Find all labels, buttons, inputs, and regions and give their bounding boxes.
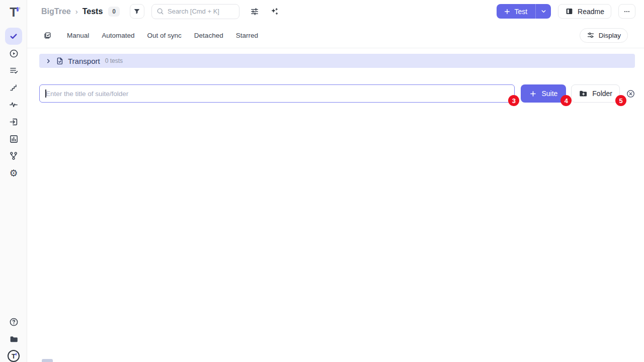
file-check-icon [56,57,64,65]
sidebar-item-pulse[interactable] [5,96,22,113]
new-suite-form: 3 Suite 4 Fol [39,84,635,103]
ai-sparkles-icon[interactable] [270,7,279,16]
chevron-right-icon[interactable] [45,58,52,64]
sidebar-item-plans[interactable] [5,62,22,79]
sidebar-item-account[interactable]: T [5,347,22,362]
sidebar-item-import[interactable] [5,113,22,130]
account-logo-letter: T [12,353,16,359]
app-root: T [0,0,644,362]
adjustments-icon[interactable] [250,7,259,16]
sidebar-bottom: T [5,313,22,362]
sidebar-item-analytics[interactable] [5,130,22,147]
folder-plus-icon [579,89,588,98]
suite-name[interactable]: Transport [68,57,100,65]
filter-button[interactable] [130,4,144,19]
sliders-icon [587,31,595,39]
play-circle-icon [9,49,19,58]
display-button[interactable]: Display [580,28,628,43]
account-logo-mark [16,353,17,355]
search-icon [156,8,164,15]
top-bar-actions: Test Readme [497,4,635,19]
add-test-label: Test [514,8,527,16]
suite-button-wrap: Suite 4 [515,84,566,103]
list-check-icon [9,66,18,75]
app-logo[interactable]: T [0,3,27,21]
sidebar-item-help[interactable] [5,313,22,330]
add-test-dropdown-button[interactable] [535,4,551,19]
readme-label: Readme [578,8,604,16]
bar-chart-icon [9,134,19,144]
tab-manual[interactable]: Manual [67,30,89,41]
tab-starred[interactable]: Starred [236,30,258,41]
tab-out-of-sync[interactable]: Out of sync [147,30,182,41]
partial-tooltip-edge [42,359,53,362]
suite-row-transport[interactable]: Transport 0 tests [39,54,635,68]
logo-accent-mark [17,7,19,12]
plus-icon [529,90,537,98]
more-options-button[interactable] [618,4,635,19]
check-icon [9,32,18,41]
annotation-badge-3: 3 [508,95,519,106]
stairs-icon [9,83,18,92]
tab-automated[interactable]: Automated [102,30,134,41]
tests-count-badge: 0 [108,7,120,17]
git-branch-icon [9,151,18,160]
chevron-down-icon [540,8,547,15]
add-test-split-button: Test [497,4,551,19]
plus-icon [504,8,511,15]
text-caret [45,89,46,98]
suite-title-input[interactable] [39,84,515,103]
annotation-badge-5: 5 [615,95,626,106]
add-test-button[interactable]: Test [497,4,535,19]
folder-icon [9,334,19,344]
help-icon [9,317,19,327]
main-area: BigTree › Tests 0 [27,0,644,362]
tab-detached[interactable]: Detached [194,30,223,41]
create-suite-button[interactable]: Suite [521,84,566,103]
sidebar: T [0,0,27,362]
circled-x-icon [626,89,635,98]
folder-button-wrap: Folder 5 [566,84,620,103]
breadcrumb-project[interactable]: BigTree [41,7,71,16]
funnel-icon [133,8,141,16]
breadcrumb-separator: › [75,7,78,16]
cancel-form-button[interactable] [626,89,635,98]
search-box[interactable] [151,4,239,19]
sidebar-item-projects[interactable] [5,330,22,347]
suite-title-input-wrap: 3 [39,84,515,103]
filter-tabs: Manual Automated Out of sync Detached St… [67,30,258,41]
search-input[interactable] [168,8,234,15]
suite-test-count: 0 tests [105,57,123,64]
sidebar-item-settings[interactable]: ⚙ [5,164,22,182]
create-folder-button[interactable]: Folder [571,84,620,103]
content-area: Transport 0 tests 3 Suite 4 [27,48,644,103]
display-label: Display [599,32,621,39]
account-logo-icon: T [8,350,20,362]
breadcrumb: BigTree › Tests 0 [41,7,120,17]
book-icon [565,7,574,16]
logo-accent-mark-2 [19,7,20,10]
sidebar-nav: ⚙ [5,28,22,182]
filter-bar: Manual Automated Out of sync Detached St… [27,23,644,48]
sidebar-item-tests[interactable] [5,28,22,45]
breadcrumb-page: Tests [83,7,103,16]
activity-icon [9,100,18,109]
annotation-badge-4: 4 [560,95,572,106]
top-bar: BigTree › Tests 0 [27,0,644,23]
readme-button[interactable]: Readme [558,4,611,19]
create-folder-label: Folder [592,89,612,98]
create-suite-label: Suite [541,89,557,98]
ellipsis-icon [623,8,631,16]
sidebar-item-milestones[interactable] [5,79,22,96]
sidebar-item-runs[interactable] [5,45,22,62]
gear-icon: ⚙ [9,168,18,178]
sidebar-item-branches[interactable] [5,147,22,164]
import-icon [9,117,19,127]
select-all-icon[interactable] [43,31,52,40]
